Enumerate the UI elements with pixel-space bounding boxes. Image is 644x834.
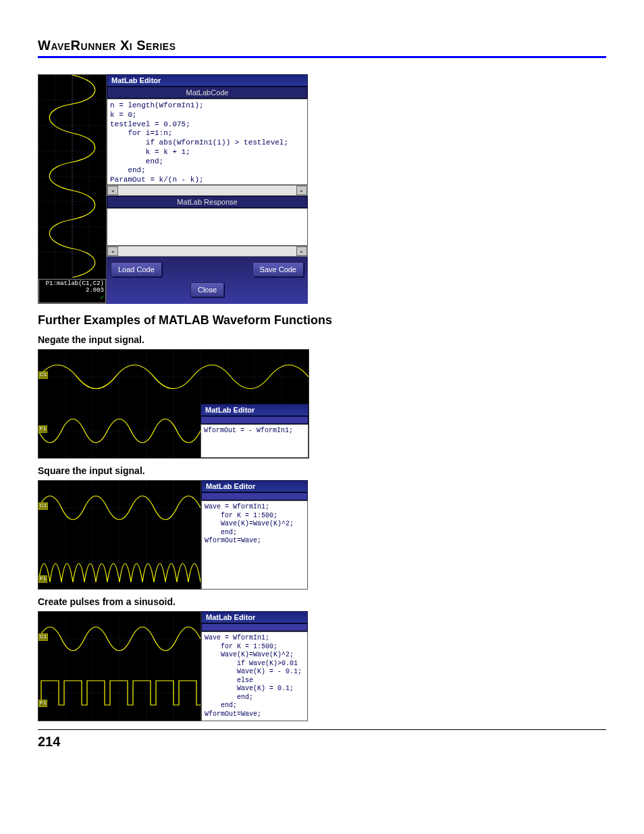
scope-pulses: C1 F1	[38, 611, 201, 721]
channel-badge-c1: C1	[38, 633, 48, 641]
editor-button-row: Load Code Save Code Close	[107, 257, 308, 304]
code-textarea-ex2[interactable]: Wave = WformIn1; for K = 1:500; Wave(K)=…	[201, 500, 308, 590]
scope-param-name: P1:matlab(C1,C2)	[41, 280, 104, 288]
tab-matlab-code[interactable]: MatLabCode	[107, 86, 308, 99]
scroll-right-icon[interactable]: ▸	[296, 246, 307, 256]
page-number: 214	[38, 734, 606, 750]
scroll-left-icon[interactable]: ◂	[107, 186, 118, 195]
editor-titlebar-ex2: MatLab Editor	[201, 480, 308, 492]
scroll-left-icon[interactable]: ◂	[107, 246, 118, 256]
response-textarea[interactable]	[107, 208, 308, 246]
footer-rule	[38, 729, 606, 730]
scope-square: C1 F1	[38, 480, 201, 590]
scroll-right-icon[interactable]: ▸	[296, 186, 307, 195]
channel-badge-f1: F1	[38, 575, 47, 583]
figure-matlab-param: P1:matlab(C1,C2) 2.003 ✓ MatLab Editor M…	[38, 74, 308, 304]
example-title-negate: Negate the input signal.	[38, 334, 606, 345]
tab-bar-response: MatLab Response	[107, 196, 308, 208]
channel-badge-c1: C1	[38, 371, 48, 379]
scope-grid-fig1: P1:matlab(C1,C2) 2.003 ✓	[38, 74, 107, 304]
page-title: WaveRunner Xi Series	[38, 38, 606, 53]
scope-param-readout: P1:matlab(C1,C2) 2.003 ✓	[38, 279, 106, 303]
matlab-editor-ex3: MatLab Editor Wave = WformIn1; for K = 1…	[201, 611, 308, 721]
channel-badge-c1: C1	[38, 502, 48, 510]
channel-badge-f1: F1	[38, 425, 47, 433]
response-scrollbar[interactable]: ◂ ▸	[107, 246, 308, 257]
scope-negate: C1 F1 MatLab Editor WformOut = - WformIn…	[38, 349, 309, 459]
section-title: Further Examples of MATLAB Waveform Func…	[38, 313, 606, 328]
load-code-button[interactable]: Load Code	[111, 262, 162, 277]
code-scrollbar[interactable]: ◂ ▸	[107, 185, 308, 196]
matlab-editor-ex2: MatLab Editor Wave = WformIn1; for K = 1…	[201, 480, 308, 590]
tab-bar: MatLabCode	[107, 86, 308, 99]
matlab-editor-fig1: MatLab Editor MatLabCode n = length(Wfor…	[107, 74, 308, 304]
code-textarea-ex3[interactable]: Wave = WformIn1; for K = 1:500; Wave(K)=…	[201, 631, 308, 721]
example-title-square: Square the input signal.	[38, 465, 606, 476]
figure-negate: C1 F1 MatLab Editor WformOut = - WformIn…	[38, 349, 308, 459]
code-textarea-ex1[interactable]: WformOut = - WformIn1;	[200, 424, 308, 458]
editor-titlebar-ex1: MatLab Editor	[200, 404, 308, 416]
scope-param-value: 2.003	[41, 287, 104, 294]
code-textarea[interactable]: n = length(WformIn1); k = 0; testlevel =…	[107, 99, 308, 185]
channel-badge-f1: F1	[38, 700, 47, 707]
save-code-button[interactable]: Save Code	[252, 262, 304, 277]
close-button[interactable]: Close	[190, 282, 224, 297]
waveform-fig1	[38, 75, 106, 279]
example-title-pulses: Create pulses from a sinusoid.	[38, 596, 606, 607]
editor-titlebar: MatLab Editor	[107, 74, 308, 86]
header-rule	[38, 56, 606, 58]
editor-titlebar-ex3: MatLab Editor	[201, 611, 308, 623]
figure-square: C1 F1 MatLab Editor Wave = WformIn1; for…	[38, 480, 308, 590]
figure-pulses: C1 F1 MatLab Editor Wave = WformIn1; for…	[38, 611, 308, 721]
tab-matlab-response[interactable]: MatLab Response	[107, 196, 308, 208]
check-icon: ✓	[41, 294, 104, 302]
